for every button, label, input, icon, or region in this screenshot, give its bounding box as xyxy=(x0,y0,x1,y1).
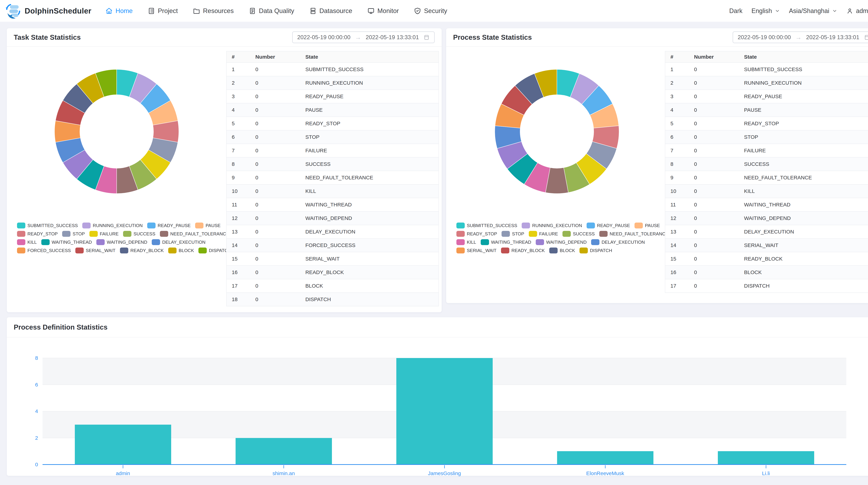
legend-marker xyxy=(599,231,608,237)
table-cell: 0 xyxy=(250,202,300,207)
brand[interactable]: DolphinScheduler xyxy=(4,2,91,20)
calendar-icon[interactable] xyxy=(864,34,868,40)
legend-item[interactable]: FAILURE xyxy=(89,231,119,237)
legend-item[interactable]: READY_PAUSE xyxy=(147,223,191,228)
user-menu[interactable]: admin xyxy=(846,7,868,14)
date-range-picker[interactable]: 2022-05-19 00:00:00 → 2022-05-19 13:33:0… xyxy=(292,31,435,43)
bar[interactable] xyxy=(396,358,493,464)
legend-item[interactable]: KILL xyxy=(17,239,37,245)
timezone-select[interactable]: Asia/Shanghai xyxy=(789,7,837,14)
bar[interactable] xyxy=(75,425,171,464)
legend-item[interactable]: NEED_FAULT_TOLERANCE xyxy=(599,231,669,237)
legend-marker xyxy=(75,248,84,253)
table-cell: STOP xyxy=(739,134,868,140)
legend-item[interactable]: WAITING_DEPEND xyxy=(536,239,587,245)
table-cell: 13 xyxy=(665,229,689,235)
table-row: 180DISPATCH xyxy=(226,293,438,306)
legend-item[interactable]: SUBMITTED_SUCCESS xyxy=(17,223,78,228)
bar[interactable] xyxy=(557,451,653,464)
table-cell: DELAY_EXECUTION xyxy=(739,229,868,235)
monitor-icon xyxy=(367,7,375,15)
legend-item[interactable]: READY_BLOCK xyxy=(501,248,545,253)
theme-toggle[interactable]: Dark xyxy=(729,7,743,14)
x-axis-tick xyxy=(283,465,284,468)
legend-label: DELAY_EXECUTION xyxy=(601,239,645,245)
legend-item[interactable]: DELAY_EXECUTION xyxy=(152,239,205,245)
legend-label: RUNNING_EXECUTION xyxy=(93,223,143,228)
table-cell: KILL xyxy=(300,188,438,194)
legend-item[interactable]: STOP xyxy=(501,231,524,237)
legend-item[interactable]: SUCCESS xyxy=(562,231,595,237)
legend-item[interactable]: READY_BLOCK xyxy=(120,248,164,253)
legend-item[interactable]: DELAY_EXECUTION xyxy=(591,239,645,245)
table-cell: SUCCESS xyxy=(739,161,868,167)
bar[interactable] xyxy=(718,451,814,464)
legend-item[interactable]: RUNNING_EXECUTION xyxy=(82,223,143,228)
nav-item-project[interactable]: Project xyxy=(148,7,178,15)
legend-marker xyxy=(529,231,537,237)
legend-item[interactable]: READY_PAUSE xyxy=(587,223,630,228)
table-cell: SUBMITTED_SUCCESS xyxy=(300,66,438,72)
legend-label: FORCED_SUCCESS xyxy=(27,248,71,253)
table-cell: 0 xyxy=(689,256,739,262)
legend-item[interactable]: BLOCK xyxy=(168,248,194,253)
legend-item[interactable]: WAITING_DEPEND xyxy=(96,239,147,245)
table-cell: 16 xyxy=(226,269,250,275)
legend-item[interactable]: SERIAL_WAIT xyxy=(75,248,116,253)
legend-item[interactable]: PAUSE xyxy=(195,223,220,228)
legend-item[interactable]: WAITING_THREAD xyxy=(41,239,92,245)
language-select[interactable]: English xyxy=(751,7,780,14)
task-state-table: #NumberState10SUBMITTED_SUCCESS20RUNNING… xyxy=(226,51,439,306)
legend-item[interactable]: READY_STOP xyxy=(456,231,497,237)
table-cell: SERIAL_WAIT xyxy=(739,242,868,248)
legend-item[interactable]: FAILURE xyxy=(529,231,558,237)
process-definition-statistics-card: Process Definition Statistics 02468admin… xyxy=(7,317,868,476)
legend-row: READY_STOPSTOPFAILURESUCCESSNEED_FAULT_T… xyxy=(456,231,669,237)
table-row: 50READY_STOP xyxy=(226,117,438,130)
legend-item[interactable]: BLOCK xyxy=(549,248,575,253)
legend-item[interactable]: RUNNING_EXECUTION xyxy=(522,223,582,228)
legend-item[interactable]: KILL xyxy=(456,239,476,245)
table-header-cell: State xyxy=(739,54,868,60)
date-start[interactable]: 2022-05-19 00:00:00 xyxy=(738,34,791,41)
legend-item[interactable]: FORCED_SUCCESS xyxy=(17,248,71,253)
legend-label: BLOCK xyxy=(179,248,194,253)
table-cell: 0 xyxy=(689,202,739,207)
nav-item-home[interactable]: Home xyxy=(105,7,133,15)
legend-item[interactable]: WAITING_THREAD xyxy=(481,239,531,245)
table-cell: 0 xyxy=(689,269,739,275)
legend-item[interactable]: NEED_FAULT_TOLERANCE xyxy=(160,231,229,237)
table-cell: 17 xyxy=(226,283,250,289)
legend-item[interactable]: PAUSE xyxy=(634,223,660,228)
legend-row: KILLWAITING_THREADWAITING_DEPENDDELAY_EX… xyxy=(456,239,669,245)
process-state-legend: SUBMITTED_SUCCESSRUNNING_EXECUTIONREADY_… xyxy=(456,223,669,253)
legend-item[interactable]: DISPATCH xyxy=(580,248,612,253)
table-cell: 13 xyxy=(226,229,250,235)
bar[interactable] xyxy=(236,438,332,465)
date-end[interactable]: 2022-05-19 13:33:01 xyxy=(806,34,859,41)
legend-item[interactable]: SUCCESS xyxy=(123,231,155,237)
table-row: 50READY_STOP xyxy=(665,117,868,130)
legend-marker xyxy=(587,223,595,228)
legend-marker xyxy=(147,223,156,228)
nav-item-resources[interactable]: Resources xyxy=(193,7,234,15)
y-axis-tick-label: 6 xyxy=(5,382,38,388)
nav-item-data-quality[interactable]: Data Quality xyxy=(249,7,294,15)
calendar-icon[interactable] xyxy=(424,34,430,40)
legend-item[interactable]: SUBMITTED_SUCCESS xyxy=(456,223,517,228)
legend-row: KILLWAITING_THREADWAITING_DEPENDDELAY_EX… xyxy=(17,239,231,245)
table-row: 80SUCCESS xyxy=(665,158,868,171)
date-range-picker[interactable]: 2022-05-19 00:00:00 → 2022-05-19 13:33:0… xyxy=(733,31,868,43)
legend-item[interactable]: READY_STOP xyxy=(17,231,58,237)
table-row: 130DELAY_EXECUTION xyxy=(226,225,438,239)
legend-label: SUBMITTED_SUCCESS xyxy=(27,223,78,228)
legend-item[interactable]: SERIAL_WAIT xyxy=(456,248,496,253)
table-cell: 0 xyxy=(689,148,739,154)
brand-name: DolphinScheduler xyxy=(25,7,91,15)
nav-item-datasource[interactable]: Datasource xyxy=(309,7,352,15)
legend-item[interactable]: STOP xyxy=(62,231,85,237)
date-end[interactable]: 2022-05-19 13:33:01 xyxy=(366,34,419,41)
date-start[interactable]: 2022-05-19 00:00:00 xyxy=(297,34,350,41)
nav-item-security[interactable]: Security xyxy=(414,7,447,15)
nav-item-monitor[interactable]: Monitor xyxy=(367,7,399,15)
